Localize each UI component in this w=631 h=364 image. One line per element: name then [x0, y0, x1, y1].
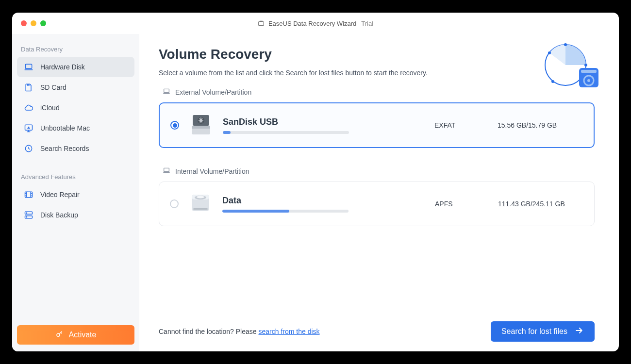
volume-size: 111.43 GB/245.11 GB	[498, 200, 581, 208]
usb-drive-icon	[189, 112, 213, 138]
window-title: EaseUS Data Recovery Wizard Trial	[258, 20, 373, 27]
volume-format: APFS	[435, 200, 488, 208]
search-btn-label: Search for lost files	[501, 327, 567, 336]
app-window: EaseUS Data Recovery Wizard Trial Data R…	[12, 13, 619, 351]
search-from-disk-link[interactable]: search from the disk	[258, 328, 319, 335]
usage-fill	[222, 210, 289, 213]
cloud-icon	[24, 103, 33, 113]
sidebar-item-label: Search Records	[40, 145, 89, 152]
laptop-small-icon	[163, 166, 170, 176]
page-subtitle: Select a volume from the list and click …	[159, 69, 595, 77]
activate-button[interactable]: Activate	[17, 325, 134, 345]
page-title: Volume Recovery	[159, 47, 595, 62]
sidebar-item-search-records[interactable]: Search Records	[17, 138, 134, 159]
svg-rect-0	[259, 22, 264, 26]
svg-rect-1	[25, 64, 32, 68]
arrow-right-icon	[574, 326, 584, 337]
section-label: Internal Volume/Partition	[175, 167, 249, 175]
close-window-button[interactable]	[21, 20, 27, 26]
volume-size: 15.56 GB/15.79 GB	[498, 121, 580, 129]
sidebar-section-advanced: Advanced Features	[17, 168, 134, 184]
volume-name: SanDisk USB	[223, 117, 425, 127]
activate-label: Activate	[69, 331, 97, 339]
app-name-label: EaseUS Data Recovery Wizard	[268, 20, 356, 27]
sidebar-item-label: Hardware Disk	[40, 63, 85, 71]
video-icon	[24, 190, 33, 199]
laptop-icon	[24, 62, 33, 72]
section-header-external: External Volume/Partition	[159, 87, 595, 97]
svg-point-29	[197, 196, 204, 199]
minimize-window-button[interactable]	[31, 20, 36, 26]
svg-point-10	[57, 333, 60, 336]
svg-point-13	[584, 64, 587, 66]
header-illustration	[541, 41, 599, 91]
svg-rect-30	[193, 208, 208, 210]
svg-rect-17	[581, 70, 597, 73]
volume-radio[interactable]	[170, 121, 179, 130]
volume-info: Data	[222, 196, 425, 213]
svg-point-14	[548, 51, 551, 54]
content-area: Volume Recovery Select a volume from the…	[139, 34, 619, 351]
svg-point-9	[26, 217, 27, 217]
sidebar-item-unbootable-mac[interactable]: Unbootable Mac	[17, 118, 134, 138]
sidebar: Data Recovery Hardware Disk SD Card iClo…	[12, 34, 139, 351]
sidebar-item-label: Disk Backup	[40, 211, 78, 219]
backup-icon	[24, 210, 33, 220]
usage-bar	[223, 131, 349, 134]
sidebar-item-video-repair[interactable]: Video Repair	[17, 184, 134, 205]
sdcard-icon	[24, 83, 33, 92]
main-area: Data Recovery Hardware Disk SD Card iClo…	[12, 13, 619, 351]
sidebar-item-label: iCloud	[40, 104, 60, 112]
sidebar-section-data-recovery: Data Recovery	[17, 41, 134, 57]
app-title-icon	[258, 20, 265, 27]
key-icon	[55, 330, 64, 340]
svg-point-8	[26, 213, 27, 213]
sidebar-item-hardware-disk[interactable]: Hardware Disk	[17, 57, 134, 77]
maximize-window-button[interactable]	[40, 20, 46, 26]
trial-label: Trial	[361, 20, 373, 27]
usage-bar	[222, 210, 349, 213]
section-header-internal: Internal Volume/Partition	[159, 166, 595, 176]
volume-card-data[interactable]: Data APFS 111.43 GB/245.11 GB	[159, 182, 595, 226]
hint-text: Cannot find the location? Please search …	[159, 328, 320, 335]
volume-name: Data	[222, 196, 425, 206]
svg-point-12	[564, 43, 567, 46]
svg-point-15	[551, 80, 554, 83]
internal-drive-icon	[188, 191, 213, 217]
svg-point-3	[28, 127, 29, 128]
svg-point-19	[587, 79, 590, 82]
svg-rect-20	[164, 89, 169, 92]
sidebar-item-label: SD Card	[40, 83, 66, 91]
volume-format: EXFAT	[434, 121, 488, 129]
titlebar: EaseUS Data Recovery Wizard Trial	[12, 13, 619, 34]
svg-rect-24	[192, 126, 210, 129]
clock-icon	[24, 144, 33, 153]
sidebar-item-label: Video Repair	[40, 191, 80, 199]
volume-radio[interactable]	[170, 199, 179, 208]
volume-info: SanDisk USB	[223, 117, 425, 134]
volume-card-sandisk[interactable]: SanDisk USB EXFAT 15.56 GB/15.79 GB	[159, 102, 595, 148]
bottom-bar: Cannot find the location? Please search …	[159, 312, 595, 342]
svg-rect-5	[25, 192, 33, 198]
svg-rect-25	[164, 168, 169, 171]
sidebar-item-label: Unbootable Mac	[40, 124, 90, 132]
search-for-lost-files-button[interactable]: Search for lost files	[491, 321, 595, 342]
hint-prefix: Cannot find the location? Please	[159, 328, 258, 335]
usage-fill	[223, 131, 231, 134]
section-label: External Volume/Partition	[175, 88, 251, 96]
sidebar-item-disk-backup[interactable]: Disk Backup	[17, 205, 134, 225]
sidebar-item-icloud[interactable]: iCloud	[17, 98, 134, 118]
monitor-icon	[24, 123, 33, 133]
sidebar-item-sd-card[interactable]: SD Card	[17, 77, 134, 98]
laptop-small-icon	[163, 87, 170, 97]
window-controls	[12, 20, 46, 26]
